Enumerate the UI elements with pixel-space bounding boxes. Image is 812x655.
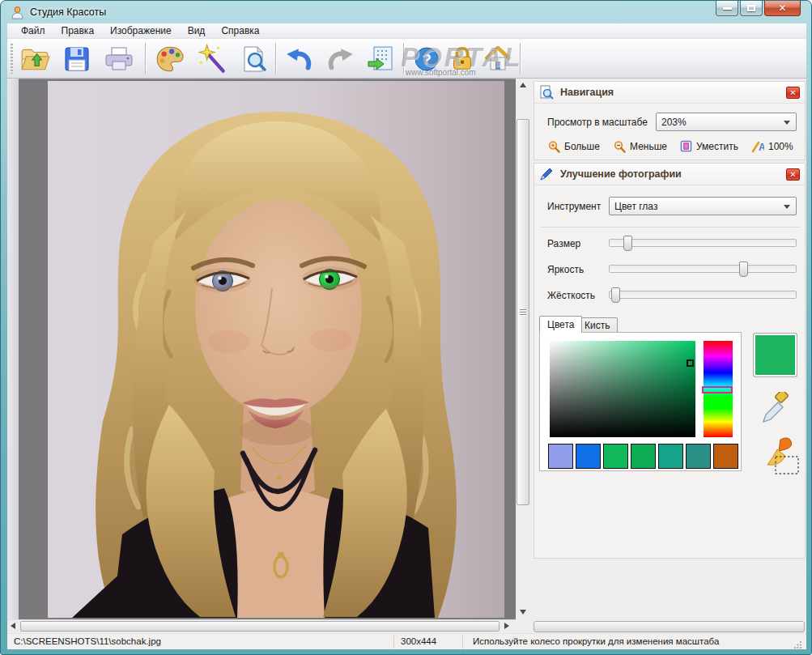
color-swatch[interactable] xyxy=(548,444,573,469)
status-hint: Используйте колесо прокрутки для изменен… xyxy=(473,636,719,646)
undo-button[interactable] xyxy=(282,41,317,76)
fit-button[interactable]: Уместить xyxy=(680,140,738,152)
hardness-slider-thumb[interactable] xyxy=(611,287,620,303)
magic-wand-icon xyxy=(197,44,227,74)
zoom-scale-label: Просмотр в масштабе xyxy=(547,117,648,128)
size-slider[interactable] xyxy=(609,239,797,247)
navigation-close-button[interactable]: ✕ xyxy=(786,87,800,99)
navigation-panel: Навигация ✕ Просмотр в масштабе 203% Бол… xyxy=(534,81,806,160)
actual-size-button[interactable]: A 100% xyxy=(751,140,793,153)
window-title: Студия Красоты xyxy=(30,6,106,18)
enhance-panel: Улучшение фотографии ✕ Инструмент Цвет г… xyxy=(534,163,806,559)
preview-icon xyxy=(240,45,269,74)
tool-value: Цвет глаз xyxy=(614,201,657,212)
redo-button[interactable] xyxy=(322,41,358,76)
paint-brush-icon xyxy=(756,437,801,476)
hue-marker[interactable] xyxy=(702,386,733,393)
toolbar: ? PORTAL www.softportal.co xyxy=(7,39,806,79)
horizontal-scrollbar[interactable] xyxy=(7,619,516,632)
tab-brush-label: Кисть xyxy=(585,320,610,331)
tool-select[interactable]: Цвет глаз xyxy=(609,197,797,215)
toolbar-separator xyxy=(145,43,147,74)
tab-colors[interactable]: Цвета xyxy=(539,316,582,333)
status-separator xyxy=(462,636,463,649)
zoom-scale-value: 203% xyxy=(661,117,687,128)
menu-edit[interactable]: Правка xyxy=(53,23,103,38)
sv-marker[interactable] xyxy=(687,359,694,367)
close-icon: ✕ xyxy=(778,3,786,13)
svg-text:A: A xyxy=(759,142,764,153)
resize-icon xyxy=(367,45,396,74)
resize-grip-icon[interactable] xyxy=(794,640,802,649)
vertical-scrollbar[interactable] xyxy=(516,79,530,619)
brightness-slider[interactable] xyxy=(609,265,797,273)
title-bar: Студия Красоты ✕ xyxy=(1,1,812,23)
palette-button[interactable] xyxy=(152,41,188,76)
hue-bar[interactable] xyxy=(704,341,733,437)
minimize-button[interactable] xyxy=(716,1,738,16)
actual-size-label: 100% xyxy=(768,141,793,152)
zoom-in-icon xyxy=(547,140,560,153)
chevron-down-icon xyxy=(784,205,790,209)
zoom-out-label: Меньше xyxy=(630,141,667,152)
saturation-value-field[interactable] xyxy=(550,341,695,437)
navigation-panel-header: Навигация ✕ xyxy=(534,82,805,104)
save-button[interactable] xyxy=(59,41,95,76)
horizontal-scroll-thumb[interactable] xyxy=(20,621,500,632)
menu-file[interactable]: Файл xyxy=(13,23,53,38)
app-window: Студия Красоты ✕ Файл Правка Изображение… xyxy=(0,0,812,655)
color-swatch[interactable] xyxy=(658,444,683,469)
status-image-size: 300x444 xyxy=(401,636,436,646)
menu-help[interactable]: Справка xyxy=(213,23,267,38)
current-color-swatch xyxy=(753,333,797,377)
watermark-url: www.softportal.com xyxy=(406,68,476,77)
scroll-up-icon[interactable] xyxy=(520,83,526,87)
fit-icon xyxy=(680,140,692,152)
status-separator xyxy=(393,636,394,649)
color-swatch[interactable] xyxy=(713,444,738,469)
photo-canvas[interactable] xyxy=(48,81,504,618)
print-button[interactable] xyxy=(101,41,137,76)
color-swatch[interactable] xyxy=(631,444,656,469)
size-slider-thumb[interactable] xyxy=(623,236,632,251)
zoom-in-button[interactable]: Больше xyxy=(547,140,600,153)
zoom-out-button[interactable]: Меньше xyxy=(613,140,667,153)
open-icon xyxy=(19,44,50,74)
color-swatch[interactable] xyxy=(576,444,601,469)
enhance-close-button[interactable]: ✕ xyxy=(786,168,800,181)
maximize-button[interactable] xyxy=(740,1,763,16)
zoom-scale-select[interactable]: 203% xyxy=(656,113,797,131)
undo-icon xyxy=(284,44,315,74)
canvas-left-edge xyxy=(7,79,19,619)
enhance-panel-header: Улучшение фотографии ✕ xyxy=(534,164,805,185)
scroll-left-icon[interactable] xyxy=(11,623,15,629)
preview-button[interactable] xyxy=(236,41,272,76)
brightness-slider-thumb[interactable] xyxy=(739,262,748,277)
navigation-icon xyxy=(539,85,554,100)
tab-brush[interactable]: Кисть xyxy=(577,317,618,333)
zoom-out-icon xyxy=(613,140,626,153)
magic-wand-button[interactable] xyxy=(194,41,230,76)
color-swatch[interactable] xyxy=(686,444,711,469)
hardness-slider-label: Жёсткость xyxy=(547,290,595,301)
close-button[interactable]: ✕ xyxy=(764,1,801,16)
zoom-in-label: Больше xyxy=(564,141,600,152)
sidebar-scrollbar[interactable] xyxy=(534,621,805,632)
menu-image[interactable]: Изображение xyxy=(102,23,180,38)
scroll-down-icon[interactable] xyxy=(520,610,526,615)
toolbar-separator xyxy=(275,43,277,74)
scroll-right-icon[interactable] xyxy=(504,623,509,629)
enhance-panel-title: Улучшение фотографии xyxy=(560,168,786,180)
tool-label: Инструмент xyxy=(547,201,601,212)
fill-brush-button[interactable] xyxy=(756,437,801,478)
eyedropper-button[interactable] xyxy=(758,392,792,430)
menu-view[interactable]: Вид xyxy=(180,23,214,38)
open-button[interactable] xyxy=(17,41,53,76)
brightness-slider-label: Яркость xyxy=(547,264,584,275)
print-icon xyxy=(104,45,134,74)
tab-colors-label: Цвета xyxy=(547,319,574,330)
hardness-slider[interactable] xyxy=(609,291,797,299)
resize-button[interactable] xyxy=(363,41,399,76)
color-swatch[interactable] xyxy=(603,444,628,469)
vertical-scroll-thumb[interactable] xyxy=(517,119,529,505)
